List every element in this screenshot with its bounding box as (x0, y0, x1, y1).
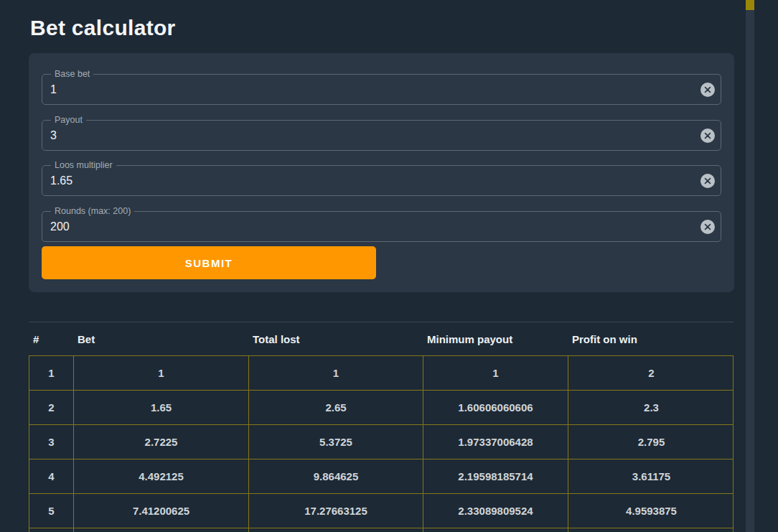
cell-total-lost: 2.65 (249, 391, 423, 424)
cell-bet: 4.492125 (74, 459, 249, 493)
payout-field[interactable]: Payout (42, 120, 721, 151)
cell-minimum-payout: 2.19598185714 (423, 459, 568, 493)
cell-minimum-payout: 1 (423, 356, 568, 390)
cell-round: 1 (29, 356, 74, 390)
column-header-profit-on-win: Profit on win (568, 333, 734, 345)
page-title: Bet calculator (30, 16, 176, 40)
cell-round: 3 (29, 425, 74, 459)
column-header-minimum-payout: Minimum payout (423, 333, 568, 345)
cell-total-lost: 17.27663125 (249, 494, 423, 528)
cell-round: 4 (29, 459, 74, 493)
cell-total-lost: 5.3725 (249, 425, 423, 459)
x-circle-icon (700, 83, 715, 97)
payout-input[interactable] (42, 121, 721, 150)
clear-payout-button[interactable] (700, 129, 715, 143)
clear-loss-multiplier-button[interactable] (700, 174, 715, 188)
scrollbar-thumb[interactable] (746, 0, 754, 10)
bet-form-card: Base bet Payout Loos multiplier (29, 53, 734, 292)
column-header-total-lost: Total lost (248, 333, 423, 345)
cell-profit-on-win: 2.795 (568, 425, 734, 459)
cell-round: 2 (29, 391, 74, 424)
cell-bet: 7.41200625 (74, 494, 249, 528)
cell-total-lost: 1 (249, 356, 423, 390)
cell-minimum-payout: 1.60606060606 (423, 391, 568, 424)
x-circle-icon (700, 129, 715, 143)
cell-minimum-payout: 1.97337006428 (423, 425, 568, 459)
base-bet-input[interactable] (42, 75, 721, 104)
cell-profit-on-win: 4.9593875 (568, 494, 734, 528)
table-body: 1 1 1 1 2 2 1.65 2.65 1.60606060606 2.3 … (29, 355, 734, 532)
table-row: 3 2.7225 5.3725 1.97337006428 2.795 (29, 425, 733, 459)
cell-bet: 1.65 (74, 391, 249, 424)
x-circle-icon (700, 220, 715, 234)
table-row: 2 1.65 2.65 1.60606060606 2.3 (29, 391, 733, 425)
table-row: 4 4.492125 9.864625 2.19598185714 3.6117… (29, 459, 733, 494)
rounds-input[interactable] (42, 212, 721, 241)
cell-total-lost: 9.864625 (249, 459, 423, 493)
results-table: # Bet Total lost Minimum payout Profit o… (29, 322, 734, 532)
table-row-partial (29, 528, 733, 532)
cell-profit-on-win: 3.61175 (568, 459, 734, 493)
cell-bet: 1 (74, 356, 249, 390)
submit-button[interactable]: SUBMIT (42, 246, 376, 279)
table-row: 5 7.41200625 17.27663125 2.33089809524 4… (29, 494, 733, 528)
cell-minimum-payout: 2.33089809524 (423, 494, 568, 528)
column-header-index: # (29, 333, 73, 345)
column-header-bet: Bet (73, 333, 248, 345)
clear-rounds-button[interactable] (700, 220, 715, 234)
loss-multiplier-field[interactable]: Loos multiplier (42, 165, 721, 196)
scrollbar-track[interactable] (746, 0, 754, 532)
base-bet-field[interactable]: Base bet (42, 74, 721, 105)
cell-profit-on-win: 2 (568, 356, 734, 390)
x-circle-icon (700, 174, 715, 188)
cell-profit-on-win: 2.3 (568, 391, 734, 424)
loss-multiplier-input[interactable] (42, 166, 721, 195)
table-row: 1 1 1 1 2 (29, 356, 733, 391)
rounds-field[interactable]: Rounds (max: 200) (42, 211, 721, 242)
table-header-row: # Bet Total lost Minimum payout Profit o… (29, 322, 734, 355)
cell-round: 5 (29, 494, 74, 528)
clear-base-bet-button[interactable] (700, 83, 715, 97)
cell-bet: 2.7225 (74, 425, 249, 459)
